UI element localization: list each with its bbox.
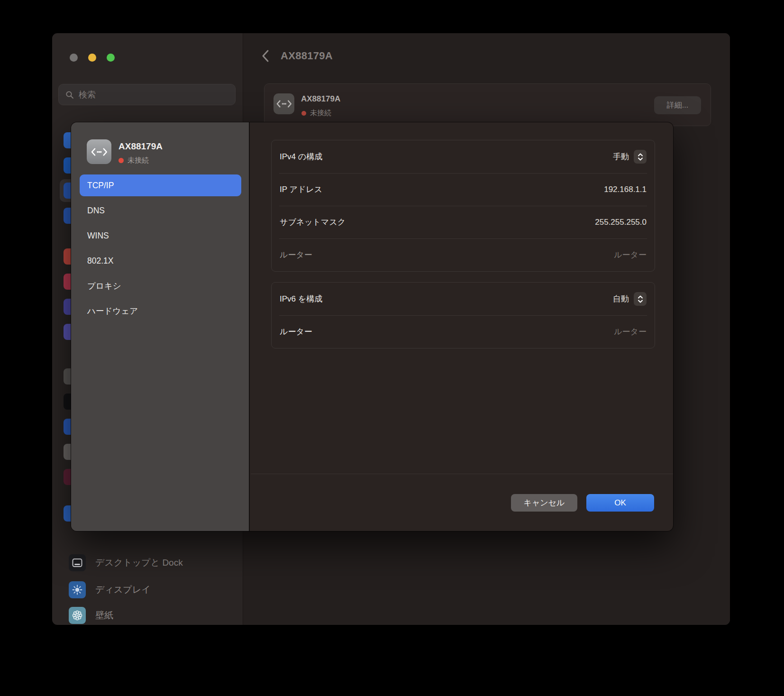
tab-hardware[interactable]: ハードウェア (80, 300, 241, 322)
ip-address-field[interactable]: 192.168.1.1 (604, 185, 647, 194)
device-name: AX88179A (301, 94, 340, 104)
device-name: AX88179A (119, 141, 163, 152)
tcpip-settings-sheet: AX88179A 未接続 TCP/IP DNS WINS 802.1X プロキシ… (71, 122, 673, 531)
sidebar-item-wallpaper[interactable]: 壁紙 (64, 605, 235, 625)
cancel-button[interactable]: キャンセル (511, 494, 577, 512)
window-minimize-button[interactable] (88, 54, 96, 62)
ipv4-settings-group: IPv4 の構成 手動 IP アドレス 192.168.1.1 サブネットマスク (271, 140, 655, 272)
ipv6-configure-row: IPv6 を構成 自動 (272, 283, 655, 315)
display-icon (69, 581, 86, 598)
ipv6-configure-value: 自動 (613, 293, 629, 304)
sidebar-item-label: デスクトップと Dock (95, 557, 183, 569)
system-settings-window: 検索 デスクトップと Dock ディスプレイ (52, 33, 730, 625)
ipv4-router-label: ルーター (280, 249, 312, 260)
network-device-card[interactable]: AX88179A 未接続 詳細... (264, 83, 711, 126)
status-text: 未接続 (128, 156, 149, 165)
ipv4-configure-stepper[interactable] (634, 150, 647, 164)
search-icon (65, 91, 74, 99)
device-status: 未接続 (119, 156, 149, 165)
ok-button[interactable]: OK (586, 494, 654, 512)
status-dot-icon (301, 111, 306, 116)
device-status: 未接続 (301, 109, 331, 118)
subnet-mask-row: サブネットマスク 255.255.255.0 (272, 206, 655, 238)
tab-tcpip[interactable]: TCP/IP (80, 174, 241, 196)
page-title: AX88179A (281, 50, 333, 62)
tab-wins[interactable]: WINS (80, 225, 241, 247)
subnet-mask-field[interactable]: 255.255.255.0 (595, 218, 647, 227)
ip-address-label: IP アドレス (280, 184, 322, 195)
tab-8021x[interactable]: 802.1X (80, 250, 241, 272)
window-zoom-button[interactable] (107, 54, 115, 62)
sidebar-item-label: ディスプレイ (95, 584, 151, 596)
search-placeholder: 検索 (79, 89, 96, 101)
ethernet-adapter-icon (273, 93, 294, 114)
tab-proxies[interactable]: プロキシ (80, 275, 241, 297)
status-text: 未接続 (310, 109, 331, 118)
status-dot-icon (119, 158, 124, 163)
ipv4-configure-label: IPv4 の構成 (280, 151, 322, 162)
ipv6-router-field[interactable]: ルーター (614, 326, 647, 337)
ipv6-configure-stepper[interactable] (634, 292, 647, 306)
ipv6-router-row: ルーター ルーター (272, 315, 655, 348)
window-close-button[interactable] (70, 54, 78, 62)
sidebar-item-display[interactable]: ディスプレイ (64, 579, 235, 600)
ipv4-router-field[interactable]: ルーター (614, 249, 647, 260)
ipv6-configure-label: IPv6 を構成 (280, 293, 322, 304)
back-button[interactable] (261, 48, 270, 64)
details-button[interactable]: 詳細... (654, 96, 701, 114)
ipv6-router-label: ルーター (280, 326, 312, 337)
ipv4-configure-value: 手動 (613, 151, 629, 162)
tab-dns[interactable]: DNS (80, 200, 241, 221)
sidebar-item-label: 壁紙 (95, 609, 113, 622)
ipv4-router-row: ルーター ルーター (272, 238, 655, 271)
search-input[interactable]: 検索 (58, 84, 236, 105)
sidebar-item-desktop-dock[interactable]: デスクトップと Dock (64, 552, 235, 573)
main-header: AX88179A (261, 48, 333, 64)
desktop-dock-icon (69, 554, 86, 571)
wallpaper-icon (69, 607, 86, 624)
sheet-sidebar: AX88179A 未接続 TCP/IP DNS WINS 802.1X プロキシ… (71, 122, 250, 531)
sheet-content: IPv4 の構成 手動 IP アドレス 192.168.1.1 サブネットマスク (251, 122, 673, 531)
ipv6-settings-group: IPv6 を構成 自動 ルーター ルーター (271, 282, 655, 348)
subnet-mask-label: サブネットマスク (280, 217, 346, 228)
footer-divider (251, 474, 673, 474)
sheet-nav: TCP/IP DNS WINS 802.1X プロキシ ハードウェア (80, 174, 241, 325)
ip-address-row: IP アドレス 192.168.1.1 (272, 173, 655, 206)
ethernet-adapter-icon (87, 139, 111, 164)
ipv4-configure-row: IPv4 の構成 手動 (272, 140, 655, 173)
